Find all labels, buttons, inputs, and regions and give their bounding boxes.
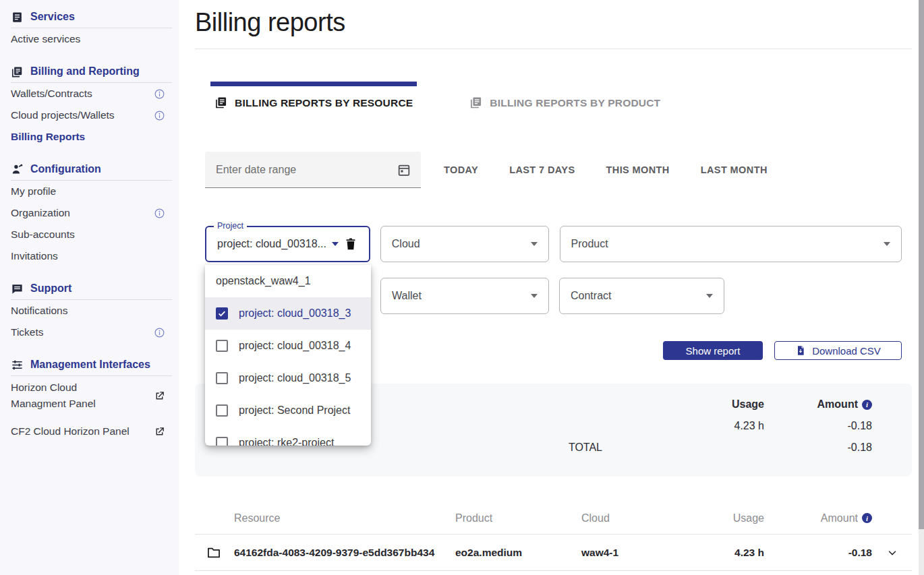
dropdown-option[interactable]: project: cloud_00318_3 [205,297,371,330]
header-usage: Usage [674,512,764,524]
info-icon[interactable] [154,88,165,100]
checkbox-unchecked-icon[interactable] [216,372,228,384]
cloud-select[interactable]: Cloud [380,226,549,262]
date-range-placeholder: Enter date range [216,164,296,176]
section-title: Support [30,282,71,295]
report-tabs: BILLING REPORTS BY RESOURCE BILLING REPO… [210,82,912,113]
sidebar-item-horizon-panel[interactable]: Horizon Cloud Managment Panel [11,376,179,415]
main-content: Billing reports BILLING REPORTS BY RESOU… [179,0,919,575]
download-csv-button[interactable]: Download CSV [774,341,902,360]
this-month-button[interactable]: THIS MONTH [606,164,670,175]
today-button[interactable]: TODAY [444,164,478,175]
info-icon[interactable] [154,327,165,338]
report-icon [214,96,228,109]
calendar-icon[interactable] [397,162,411,177]
table-row: 64162fda-4083-4209-9379-e5dd367bb434 eo2… [195,535,912,570]
chevron-down-icon [884,242,890,246]
dropdown-option[interactable]: project: cloud_00318_5 [205,362,371,394]
sidebar-item-active-services[interactable]: Active services [11,28,179,50]
section-title: Management Interfaces [30,359,150,371]
sidebar: Services Active services Billing and Rep… [0,0,179,575]
sidebar-item-tickets[interactable]: Tickets [11,322,179,343]
chevron-down-icon [531,294,538,298]
dropdown-option[interactable]: project: Second Project [205,394,371,427]
sidebar-item-billing-reports[interactable]: Billing Reports [11,126,179,148]
project-select-label: Project [214,221,247,231]
summary-usage-value: 4.23 h [734,420,764,432]
divider [195,570,912,571]
project-select-value: project: cloud_00318... [217,238,326,250]
external-link-icon [154,390,165,402]
section-title: Configuration [30,163,101,175]
scrollbar-thumb[interactable] [919,0,924,529]
last-7-days-button[interactable]: LAST 7 DAYS [509,164,575,175]
sidebar-section-configuration: Configuration [11,158,179,180]
summary-usage-header: Usage [732,398,764,411]
sidebar-section-support: Support [11,278,179,299]
info-icon[interactable]: i [862,400,872,410]
sidebar-item-cloud-projects-wallets[interactable]: Cloud projects/Wallets [11,104,179,126]
tab-billing-reports-by-resource[interactable]: BILLING REPORTS BY RESOURCE [210,82,417,113]
vertical-scrollbar[interactable] [919,0,924,575]
summary-amount-header: Amount [817,398,858,411]
contract-select[interactable]: Contract [559,278,724,314]
table-header-row: Resource Product Cloud Usage Amount i [195,502,912,534]
sidebar-item-cf2-panel[interactable]: CF2 Cloud Horizon Panel [11,421,179,442]
sidebar-section-services: Services [11,6,179,28]
chevron-down-icon [531,242,538,246]
last-month-button[interactable]: LAST MONTH [701,164,768,175]
date-range-input[interactable]: Enter date range [205,152,421,188]
divider [195,49,912,49]
external-link-icon [154,426,165,437]
clear-selection-icon[interactable] [343,237,358,251]
configuration-icon [11,163,24,176]
page-title: Billing reports [195,0,912,38]
sidebar-item-my-profile[interactable]: My profile [11,181,179,202]
cell-product: eo2a.medium [455,547,581,559]
billing-icon [11,65,24,78]
support-icon [11,282,24,295]
summary-total-value: -0.18 [848,442,872,454]
checkbox-unchecked-icon[interactable] [216,437,228,446]
cell-resource: 64162fda-4083-4209-9379-e5dd367bb434 [234,547,455,559]
checkbox-checked-icon[interactable] [216,307,228,320]
dropdown-option[interactable]: project: cloud_00318_4 [205,330,371,362]
section-title: Services [30,11,75,23]
sidebar-item-organization[interactable]: Organization [11,202,179,224]
checkbox-unchecked-icon[interactable] [216,340,228,352]
section-title: Billing and Reporting [30,65,140,78]
file-download-icon [795,345,806,356]
chevron-down-icon [332,242,339,246]
sidebar-item-invitations[interactable]: Invitations [11,245,179,267]
product-select[interactable]: Product [560,226,902,262]
sidebar-item-sub-accounts[interactable]: Sub-accounts [11,224,179,245]
resources-table: Resource Product Cloud Usage Amount i 64… [195,502,912,571]
tab-billing-reports-by-product[interactable]: BILLING REPORTS BY PRODUCT [465,82,664,113]
header-cloud: Cloud [581,512,674,524]
info-icon[interactable] [154,208,165,219]
cell-amount: -0.18 [764,547,872,559]
dropdown-option[interactable]: project: rke2-project [205,427,371,446]
services-icon [11,11,24,24]
quick-range-buttons: TODAY LAST 7 DAYS THIS MONTH LAST MONTH [444,164,768,175]
project-dropdown-panel: openstack_waw4_1 project: cloud_00318_3 … [205,265,371,446]
summary-total-label: TOTAL [569,442,602,454]
sidebar-section-management-interfaces: Management Interfaces [11,354,179,375]
checkbox-unchecked-icon[interactable] [216,404,228,417]
wallet-select[interactable]: Wallet [380,278,549,314]
project-select[interactable]: Project project: cloud_00318... [205,226,370,262]
cell-cloud: waw4-1 [581,547,674,559]
sidebar-item-wallets-contracts[interactable]: Wallets/Contracts [11,83,179,104]
cell-usage: 4.23 h [674,547,764,559]
expand-row-chevron-icon[interactable] [872,547,912,559]
header-product: Product [455,512,581,524]
summary-amount-value: -0.18 [848,420,872,432]
dropdown-option-group[interactable]: openstack_waw4_1 [205,265,371,297]
folder-icon[interactable] [195,545,234,560]
chevron-down-icon [706,294,713,298]
sidebar-item-notifications[interactable]: Notifications [11,300,179,322]
info-icon[interactable]: i [862,513,872,523]
show-report-button[interactable]: Show report [663,341,763,360]
report-icon [469,96,483,109]
info-icon[interactable] [154,110,165,121]
